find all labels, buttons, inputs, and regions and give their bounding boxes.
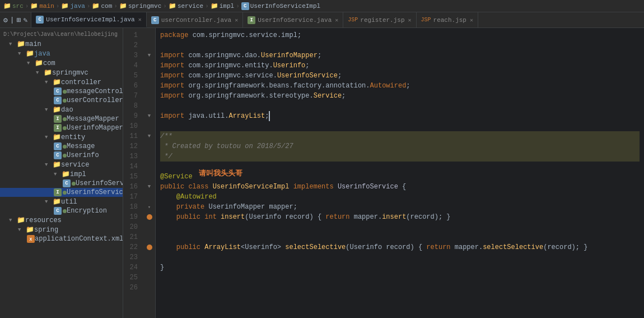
tree-encryption[interactable]: C Encryption: [0, 206, 123, 215]
expand-icon[interactable]: ⊞: [17, 16, 21, 25]
fold-arrow-11[interactable]: ▼: [148, 133, 151, 139]
code-line-20: [160, 222, 640, 232]
code-line-5: import com.springmvc.service.UserinfoSer…: [160, 71, 640, 81]
tab-close-3[interactable]: ✕: [335, 17, 338, 24]
breadcrumb-impl: impl: [220, 3, 234, 10]
tree-messagemapper[interactable]: I MessageMapper: [0, 114, 123, 123]
tab-reach[interactable]: JSP reach.jsp ✕: [417, 12, 478, 27]
tree-main[interactable]: ▼ 📁 main: [0, 39, 123, 49]
code-line-1: package com.springmvc.service.impl;: [160, 30, 640, 40]
tree-userinfoserviceimpl[interactable]: C UserinfoServiceImpl: [0, 179, 123, 188]
tab-usercontroller[interactable]: C userController.java ✕: [147, 12, 243, 27]
gear-icon[interactable]: ✎: [23, 16, 27, 25]
tree-com[interactable]: ▼ 📁 com: [0, 58, 123, 68]
code-line-18: private UserinfoMapper mapper;: [160, 202, 640, 212]
interface-icon-messagemapper: I: [54, 115, 62, 123]
tree-label-userinfo: Userinfo: [67, 151, 99, 159]
tree-userinfo[interactable]: C Userinfo: [0, 151, 123, 160]
folder-icon-main: 📁: [17, 40, 25, 48]
tab-close-4[interactable]: ✕: [408, 17, 412, 24]
editor-gutter: ▼ ▼ ▼ ▼ ▾: [143, 28, 156, 318]
marker-encryption: [63, 209, 67, 213]
class-icon-userinfoserviceimpl: C: [63, 179, 71, 187]
breadcrumb-item-com[interactable]: 📁 com: [92, 2, 112, 10]
code-line-8: [160, 101, 640, 111]
editor-area: 1 2 3 4 5 6 7 8 9 10 11 12 13 14 15 16 1…: [123, 28, 644, 318]
breakpoint-19[interactable]: [147, 214, 152, 220]
class-c-icon: C: [241, 2, 249, 10]
breadcrumb-item-src[interactable]: 📁 src: [3, 2, 24, 10]
fold-arrow-18[interactable]: ▾: [148, 204, 151, 210]
tab-label-5: reach.jsp: [433, 17, 466, 24]
tree-label-spring: spring: [34, 226, 58, 234]
breadcrumb-item-service[interactable]: 📁 service: [169, 2, 203, 10]
tab-class-icon-2: C: [151, 16, 159, 24]
breadcrumb-item-class[interactable]: C UserInfoServiceImpl: [241, 2, 320, 10]
tree-message[interactable]: C Message: [0, 142, 123, 151]
tree-usercontroller[interactable]: C userController: [0, 96, 123, 105]
breadcrumb-item-java[interactable]: 📁 java: [61, 2, 85, 10]
tab-close-1[interactable]: ✕: [138, 16, 142, 23]
springmvc-folder-icon2: 📁: [44, 68, 52, 77]
tree-messagecontroller[interactable]: C messageController: [0, 87, 123, 96]
fold-arrow-9[interactable]: ▼: [148, 113, 151, 119]
tree-applicationcontext[interactable]: X applicationContext.xml: [0, 234, 123, 243]
tree-userinfoservice[interactable]: I UserinfoService: [0, 188, 123, 197]
tree-java[interactable]: ▼ 📁 java: [0, 49, 123, 58]
tree-controller[interactable]: ▼ 📁 controller: [0, 77, 123, 87]
tree-springmvc[interactable]: ▼ 📁 springmvc: [0, 68, 123, 77]
arrow-impl: ▼: [54, 172, 62, 177]
arrow-com: ▼: [27, 61, 35, 66]
tree-service[interactable]: ▼ 📁 service: [0, 160, 123, 169]
service-folder-icon: 📁: [169, 2, 176, 10]
tree-label-userinfoservice: UserinfoService: [67, 188, 123, 196]
arrow-main: ▼: [9, 42, 17, 47]
dao-folder-icon: 📁: [53, 105, 61, 114]
tree-spring[interactable]: ▼ 📁 spring: [0, 225, 123, 234]
tree-label-impl: impl: [70, 170, 86, 178]
impl-folder-icon: 📁: [211, 2, 218, 10]
breadcrumb-item-main[interactable]: 📁 main: [30, 2, 54, 10]
class-icon-message: C: [54, 142, 62, 150]
tree-entity[interactable]: ▼ 📁 entity: [0, 132, 123, 142]
tab-userinfoserviceimpl[interactable]: C UserInfoServiceImpl.java ✕: [31, 12, 146, 27]
tree-userinfomapper[interactable]: I UserinfoMapper: [0, 123, 123, 132]
breakpoint-22[interactable]: [147, 245, 152, 250]
tree-impl[interactable]: ▼ 📁 impl: [0, 169, 123, 179]
settings-icon[interactable]: ⚙: [3, 16, 8, 25]
marker-userinfoservice: [63, 191, 67, 195]
code-area[interactable]: package com.springmvc.service.impl; impo…: [156, 28, 644, 318]
editor-content: 1 2 3 4 5 6 7 8 9 10 11 12 13 14 15 16 1…: [123, 28, 644, 318]
code-line-19: public int insert(Userinfo record) { ret…: [160, 212, 640, 222]
sidebar[interactable]: D:\Project\Java\Learn\hellobeijing ▼ 📁 m…: [0, 28, 123, 318]
breadcrumb-item-springmvc[interactable]: 📁 springmvc: [119, 2, 161, 10]
tree-label-encryption: Encryption: [67, 207, 107, 215]
tree-dao[interactable]: ▼ 📁 dao: [0, 105, 123, 114]
marker-userinfo: [63, 154, 67, 158]
tree-resources[interactable]: ▼ 📁 resources: [0, 215, 123, 225]
tree-util[interactable]: ▼ 📁 util: [0, 197, 123, 206]
com-folder-icon2: 📁: [35, 59, 43, 67]
tree-label-util: util: [61, 198, 77, 206]
tree-label-dao: dao: [61, 106, 73, 114]
tree-label-usercontroller: userController: [67, 96, 123, 104]
fold-arrow-16[interactable]: ▼: [148, 184, 151, 190]
tab-close-5[interactable]: ✕: [470, 17, 473, 24]
arrow-java: ▼: [18, 51, 26, 57]
tab-left-actions: ⚙ | ⊞ ✎: [0, 12, 31, 27]
arrow-spring: ▼: [18, 227, 26, 233]
breadcrumb-item-impl[interactable]: 📁 impl: [211, 2, 234, 10]
fold-arrow-3[interactable]: ▼: [148, 53, 151, 58]
interface-icon-userinfoservice: I: [54, 188, 62, 196]
marker-userinfoserviceimpl: [72, 182, 76, 186]
tree-label-entity: entity: [61, 133, 85, 141]
sync-icon[interactable]: |: [10, 16, 15, 24]
tree-label-userinfoserviceimpl: UserinfoServiceImpl: [76, 179, 123, 187]
arrow-resources: ▼: [9, 218, 17, 223]
tab-register[interactable]: JSP register.jsp ✕: [343, 12, 416, 27]
tab-close-2[interactable]: ✕: [235, 17, 238, 24]
tab-userinfoservice[interactable]: I UserInfoService.java ✕: [243, 12, 343, 27]
code-line-3: import com.springmvc.dao.UserinfoMapper;: [160, 50, 640, 61]
code-line-15: @Service: [160, 172, 640, 182]
marker-message: [63, 145, 67, 149]
